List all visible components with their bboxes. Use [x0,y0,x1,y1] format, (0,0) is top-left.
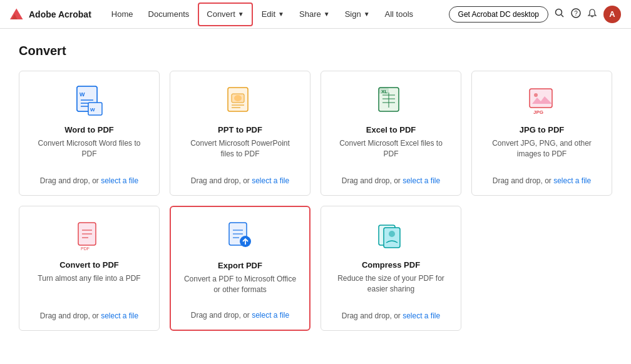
app-name: Adobe Acrobat [29,9,91,19]
word-to-pdf-footer: Drag and drop, or select a file [40,168,138,185]
svg-point-40 [389,231,395,237]
nav-share[interactable]: Share ▼ [292,0,337,29]
nav-all-tools[interactable]: All tools [377,0,421,29]
excel-to-pdf-card[interactable]: XL Excel to PDF Convert Microsoft Excel … [321,71,461,196]
convert-icon: PDF [74,221,105,251]
export-pdf-desc: Convert a PDF to Microsoft Office or oth… [183,274,297,302]
word-to-pdf-select-link[interactable]: select a file [101,176,138,185]
search-button[interactable] [555,8,565,21]
compress-pdf-footer: Drag and drop, or select a file [342,303,440,320]
export-pdf-card[interactable]: Export PDF Convert a PDF to Microsoft Of… [170,206,310,331]
ppt-to-pdf-select-link[interactable]: select a file [252,176,289,185]
export-icon [225,222,255,252]
svg-text:W: W [90,107,95,113]
edit-chevron-icon: ▼ [278,11,284,18]
share-chevron-icon: ▼ [324,11,330,18]
svg-point-25 [534,93,538,97]
jpg-to-pdf-title: JPG to PDF [520,125,565,134]
help-button[interactable]: ? [571,8,581,21]
excel-icon: XL [376,86,406,116]
svg-point-14 [234,95,242,101]
svg-text:W: W [80,91,85,98]
svg-text:PDF: PDF [81,246,90,251]
compress-pdf-title: Compress PDF [362,260,420,270]
compress-icon [376,221,406,251]
compress-pdf-desc: Reduce the size of your PDF for easier s… [334,273,448,303]
convert-to-pdf-footer: Drag and drop, or select a file [40,303,138,320]
svg-text:XL: XL [381,89,387,94]
export-pdf-select-link[interactable]: select a file [252,311,289,320]
nav-sign[interactable]: Sign ▼ [337,0,377,29]
export-pdf-title: Export PDF [218,261,262,270]
convert-to-pdf-desc: Turn almost any file into a PDF [38,273,140,303]
nav-convert[interactable]: Convert ▼ [198,3,252,26]
nav-edit[interactable]: Edit ▼ [254,0,292,29]
ppt-to-pdf-footer: Drag and drop, or select a file [191,168,289,185]
avatar[interactable]: A [603,6,621,23]
compress-pdf-card[interactable]: Compress PDF Reduce the size of your PDF… [321,206,461,331]
app-logo[interactable]: Adobe Acrobat [10,8,91,21]
export-pdf-footer: Drag and drop, or select a file [191,302,289,320]
help-icon: ? [571,8,581,18]
jpg-to-pdf-card[interactable]: JPG JPG to PDF Convert JPG, PNG, and oth… [471,71,612,196]
word-to-pdf-card[interactable]: W W Word to PDF Convert Microsoft Word f… [19,71,160,196]
excel-to-pdf-footer: Drag and drop, or select a file [342,168,440,185]
svg-text:?: ? [574,10,578,17]
svg-text:JPG: JPG [533,109,543,115]
adobe-logo-icon [10,8,24,21]
cards-row-2: PDF Convert to PDF Turn almost any file … [19,206,612,331]
svg-line-1 [562,14,564,17]
word-to-pdf-desc: Convert Microsoft Word files to PDF [32,138,146,168]
convert-to-pdf-select-link[interactable]: select a file [101,311,138,320]
convert-to-pdf-title: Convert to PDF [59,260,119,270]
empty-card-placeholder [471,206,612,331]
svg-rect-39 [384,228,400,248]
excel-to-pdf-title: Excel to PDF [366,125,416,134]
nav-home[interactable]: Home [104,0,141,29]
svg-rect-24 [530,89,552,108]
navbar: Adobe Acrobat Home Documents Convert ▼ E… [0,0,631,29]
excel-to-pdf-select-link[interactable]: select a file [403,176,440,185]
ppt-icon [225,86,255,116]
convert-chevron-icon: ▼ [238,11,244,18]
svg-point-0 [556,9,562,15]
bell-icon [587,8,597,18]
jpg-icon: JPG [527,86,557,116]
page-title: Convert [19,44,612,58]
nav-links: Home Documents Convert ▼ Edit ▼ Share ▼ … [104,0,449,29]
ppt-to-pdf-card[interactable]: PPT to PDF Convert Microsoft PowerPoint … [170,71,310,196]
word-icon: W W [74,86,105,116]
ppt-to-pdf-desc: Convert Microsoft PowerPoint files to PD… [183,138,297,168]
nav-right: Get Acrobat DC desktop ? A [449,6,621,23]
cards-row-1: W W Word to PDF Convert Microsoft Word f… [19,71,612,196]
sign-chevron-icon: ▼ [364,11,370,18]
notifications-button[interactable] [587,8,597,21]
excel-to-pdf-desc: Convert Microsoft Excel files to PDF [334,138,448,168]
ppt-to-pdf-title: PPT to PDF [218,125,262,134]
main-content: Convert W W Word to PDF Convert Microsof… [0,29,631,346]
convert-to-pdf-card[interactable]: PDF Convert to PDF Turn almost any file … [19,206,160,331]
nav-documents[interactable]: Documents [141,0,197,29]
jpg-to-pdf-footer: Drag and drop, or select a file [493,168,591,185]
get-desktop-button[interactable]: Get Acrobat DC desktop [449,6,548,23]
word-to-pdf-title: Word to PDF [64,125,113,134]
jpg-to-pdf-select-link[interactable]: select a file [553,176,591,185]
jpg-to-pdf-desc: Convert JPG, PNG, and other images to PD… [485,138,599,168]
search-icon [555,8,565,18]
compress-pdf-select-link[interactable]: select a file [403,311,440,320]
